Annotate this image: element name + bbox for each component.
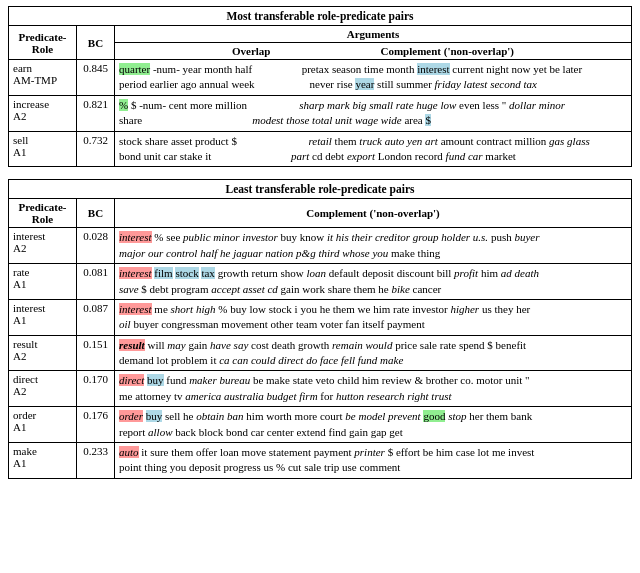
bc-order-a1: 0.176 (77, 407, 115, 443)
bottom-table: Least transferable role-predicate pairs … (8, 179, 632, 478)
pred-role-make-a1: make A1 (9, 443, 77, 479)
bc-interest-a1: 0.087 (77, 299, 115, 335)
header-bc: BC (77, 26, 115, 60)
hl-year: year (355, 78, 374, 90)
args-rate-a1: interest film stock tax growth return sh… (115, 264, 632, 300)
header-predicate-role: Predicate-Role (9, 26, 77, 60)
pred-role-sell: sell A1 (9, 131, 77, 167)
bc-result-a2: 0.151 (77, 335, 115, 371)
hl-result-red: result (119, 339, 145, 351)
args-increase: % $ -num- cent more million sharp mark b… (115, 95, 632, 131)
bc-increase: 0.821 (77, 95, 115, 131)
table-row: earn AM-TMP 0.845 quarter -num- year mon… (9, 60, 632, 96)
complement-label: Complement ('non-overlap') (380, 45, 514, 57)
header2-predicate-role: Predicate-Role (9, 199, 77, 228)
args-interest-a2: interest % see public minor investor buy… (115, 228, 632, 264)
hl-quarter: quarter (119, 63, 150, 75)
bc-earn: 0.845 (77, 60, 115, 96)
pred-role-earn: earn AM-TMP (9, 60, 77, 96)
hl-auto-red: auto (119, 446, 139, 458)
args-make-a1: auto it sure them offer loan move statem… (115, 443, 632, 479)
bc-interest-a2: 0.028 (77, 228, 115, 264)
main-container: Most transferable role-predicate pairs P… (0, 0, 640, 485)
hl-interest-red2: interest (119, 267, 152, 279)
hl-dollar: $ (425, 114, 431, 126)
pred-role-interest-a1: interest A1 (9, 299, 77, 335)
table-row: increase A2 0.821 % $ -num- cent more mi… (9, 95, 632, 131)
table-row: interest A1 0.087 interest me short high… (9, 299, 632, 335)
pred-role-increase: increase A2 (9, 95, 77, 131)
bc-rate-a1: 0.081 (77, 264, 115, 300)
args-sell: stock share asset product $ retail them … (115, 131, 632, 167)
table-row: make A1 0.233 auto it sure them offer lo… (9, 443, 632, 479)
hl-buy: buy (147, 374, 164, 386)
bc-make-a1: 0.233 (77, 443, 115, 479)
top-table: Most transferable role-predicate pairs P… (8, 6, 632, 167)
hl-stock: stock (175, 267, 198, 279)
args-direct-a2: direct buy fund maker bureau be make sta… (115, 371, 632, 407)
bottom-section-title: Least transferable role-predicate pairs (9, 180, 632, 199)
hl-interest-red3: interest (119, 303, 152, 315)
top-section-title: Most transferable role-predicate pairs (9, 7, 632, 26)
args-result-a2: result will may gain have say cost death… (115, 335, 632, 371)
hl-film: film (154, 267, 172, 279)
hl-tax: tax (201, 267, 214, 279)
hl-direct-red: direct (119, 374, 144, 386)
overlap-label: Overlap (232, 45, 271, 57)
table-row: result A2 0.151 result will may gain hav… (9, 335, 632, 371)
pred-role-direct-a2: direct A2 (9, 371, 77, 407)
hl-order-red: order (119, 410, 143, 422)
table-row: order A1 0.176 order buy sell he obtain … (9, 407, 632, 443)
pred-role-interest-a2: interest A2 (9, 228, 77, 264)
table-row: sell A1 0.732 stock share asset product … (9, 131, 632, 167)
table-row: rate A1 0.081 interest film stock tax gr… (9, 264, 632, 300)
pred-role-order-a1: order A1 (9, 407, 77, 443)
bc-direct-a2: 0.170 (77, 371, 115, 407)
header-arguments: Arguments (115, 26, 632, 43)
table-row: interest A2 0.028 interest % see public … (9, 228, 632, 264)
args-order-a1: order buy sell he obtain ban him worth m… (115, 407, 632, 443)
header2-complement: Complement ('non-overlap') (115, 199, 632, 228)
args-earn: quarter -num- year month half pretax sea… (115, 60, 632, 96)
hl-good: good (423, 410, 445, 422)
args-interest-a1: interest me short high % buy low stock i… (115, 299, 632, 335)
pred-role-result-a2: result A2 (9, 335, 77, 371)
hl-buy2: buy (146, 410, 163, 422)
table-row: direct A2 0.170 direct buy fund maker bu… (9, 371, 632, 407)
header-overlap-complement: Overlap Complement ('non-overlap') (115, 43, 632, 60)
hl-interest-red: interest (119, 231, 152, 243)
bc-sell: 0.732 (77, 131, 115, 167)
header2-bc: BC (77, 199, 115, 228)
pred-role-rate-a1: rate A1 (9, 264, 77, 300)
hl-interest: interest (417, 63, 449, 75)
hl-percent: % (119, 99, 128, 111)
